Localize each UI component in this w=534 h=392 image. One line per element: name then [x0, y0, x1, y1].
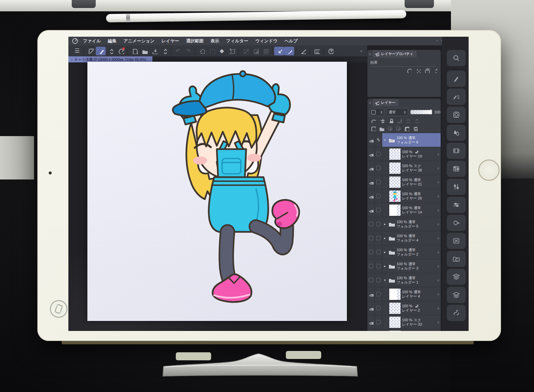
layer-row[interactable]: 100 % 通常 レイヤー 4 ≡ [368, 287, 441, 301]
edit-cell[interactable] [375, 147, 382, 161]
layer-row[interactable]: ▸ 100 % 通常 フォルダー 3 ≡ [368, 259, 441, 273]
home-button[interactable] [478, 159, 500, 181]
folder-expander[interactable]: ▸ [383, 236, 387, 240]
effect-expander-icon[interactable] [433, 67, 437, 73]
menu-item-5[interactable]: 表示 [210, 38, 219, 44]
row-grip[interactable]: ≡ [437, 292, 439, 296]
row-grip[interactable]: ≡ [437, 222, 439, 226]
visibility-cell[interactable] [368, 245, 375, 259]
layer-color-effect-icon[interactable] [424, 67, 430, 73]
visibility-cell[interactable] [368, 161, 375, 175]
layer-row[interactable]: 100 % スク レイヤー 33 ≡ [368, 315, 441, 329]
merge-down-button[interactable] [395, 125, 401, 131]
lock-layer-button[interactable] [388, 117, 393, 123]
visibility-cell[interactable] [368, 259, 375, 273]
material-tab[interactable] [447, 161, 466, 177]
visibility-cell[interactable] [368, 315, 375, 329]
layer-row[interactable]: 100 % 通常 レイヤー 31 ≡ [368, 175, 441, 189]
brush-settings-tab[interactable] [447, 89, 466, 105]
layer-row[interactable]: 100 % 通常 レイヤー 14 ≡ [368, 203, 441, 217]
menu-item-6[interactable]: フィルター [226, 38, 248, 44]
tool-switch-chevrons[interactable] [106, 47, 116, 55]
menu-item-0[interactable]: ファイル [83, 38, 101, 44]
layer-row[interactable]: 100 % 通常 レイヤー 26 ≡ [368, 189, 441, 203]
tone-tab[interactable] [447, 143, 466, 159]
reference-layer-button[interactable] [405, 117, 411, 123]
connect-tab[interactable] [447, 305, 466, 321]
visibility-cell[interactable] [368, 287, 375, 301]
edit-cell[interactable]: ✎ [375, 133, 382, 147]
layer-row[interactable]: ▾ 100 % 通常 フォルダー 1 ≡ [368, 273, 441, 287]
visibility-cell[interactable] [368, 273, 375, 287]
invert-selection-button[interactable] [250, 47, 260, 55]
opacity-slider[interactable] [410, 110, 432, 114]
object-tool-button[interactable] [274, 47, 284, 55]
layer-row[interactable]: 100 % レイヤー 19 ≡ [368, 147, 441, 161]
select-area-button[interactable] [207, 47, 217, 55]
menu-item-1[interactable]: 編集 [108, 38, 116, 44]
open-file-button[interactable] [139, 47, 149, 55]
deselect-button[interactable] [240, 47, 250, 55]
visibility-cell[interactable] [368, 301, 375, 315]
edit-cell[interactable] [375, 301, 382, 315]
transform-button[interactable] [227, 47, 237, 55]
visibility-cell[interactable] [368, 329, 375, 331]
layer-row[interactable]: 100 % スク レイヤー 38 ≡ [368, 161, 441, 175]
row-grip[interactable]: ≡ [437, 152, 439, 156]
transfer-down-button[interactable] [387, 125, 393, 131]
layer-property-tab-header[interactable]: レイヤープロパティ [373, 50, 416, 58]
layer-row[interactable]: ▸ 100 % 通常 フォルダー 2 ≡ [368, 245, 441, 259]
processing-indicator[interactable] [197, 47, 207, 55]
new-canvas-button[interactable] [129, 47, 139, 55]
enable-mask-button[interactable] [379, 117, 385, 123]
undo-button[interactable]: ↶ [173, 47, 183, 55]
palette-color-selector[interactable]: ▲▼ [370, 108, 384, 116]
toolbar-collapse-button[interactable]: ⌄ [359, 47, 363, 53]
pose-tab[interactable] [447, 179, 466, 195]
color-set-tab[interactable] [447, 125, 466, 141]
visibility-cell[interactable] [368, 175, 375, 189]
layers-tab[interactable] [447, 287, 466, 303]
toolbox-button[interactable] [86, 47, 96, 55]
visibility-cell[interactable] [368, 133, 375, 147]
save-button[interactable] [149, 47, 159, 55]
layer-mask-button[interactable] [404, 125, 409, 131]
layer-row[interactable]: 100 % レイヤー 2 ≡ [368, 301, 441, 315]
selection-border-button[interactable] [260, 47, 271, 55]
canvas[interactable] [87, 62, 347, 321]
edit-cell[interactable] [375, 175, 382, 189]
blend-mode-dropdown[interactable]: 通常 ▲▼ [386, 108, 408, 116]
menu-item-8[interactable]: ヘルプ [285, 38, 298, 44]
edit-cell[interactable] [375, 231, 382, 245]
clip-studio-assets-button[interactable] [116, 47, 126, 55]
delete-layer-button[interactable] [412, 125, 418, 131]
visibility-cell[interactable] [368, 231, 375, 245]
edit-cell[interactable] [375, 287, 382, 301]
folder-expander[interactable]: ▾ [383, 278, 387, 282]
panel-grip[interactable]: ≡ [369, 52, 371, 56]
row-grip[interactable]: ≡ [437, 278, 439, 282]
row-grip[interactable]: ≡ [437, 250, 439, 254]
row-grip[interactable]: ≡ [437, 320, 439, 324]
new-folder-button[interactable] [379, 125, 384, 131]
edit-cell[interactable] [375, 329, 382, 331]
row-grip[interactable]: ≡ [437, 264, 439, 268]
row-grip[interactable]: ≡ [437, 306, 439, 310]
edit-cell[interactable] [375, 259, 382, 273]
row-grip[interactable]: ≡ [437, 194, 439, 198]
folder-expander[interactable]: ▾ [383, 138, 387, 142]
redo-button[interactable]: ↷ [183, 47, 193, 55]
row-grip[interactable]: ≡ [437, 180, 439, 184]
zoom-tool-tab[interactable] [447, 50, 466, 66]
clip-to-layer-button[interactable] [370, 117, 376, 123]
main-menu-button[interactable]: ☰ [72, 47, 82, 55]
edit-cell[interactable] [375, 203, 382, 217]
folder-expander[interactable]: ▸ [383, 222, 387, 226]
draft-layer-button[interactable] [414, 117, 419, 123]
layer-row[interactable]: ✎ ▾ 100 % 通常 フォルダー 6 ≡ [368, 133, 441, 147]
color-wheel-tab[interactable] [447, 215, 466, 231]
menu-item-7[interactable]: ウィンドウ [255, 38, 278, 44]
row-grip[interactable]: ≡ [437, 138, 439, 142]
edit-cell[interactable] [375, 245, 382, 259]
row-grip[interactable]: ≡ [437, 208, 439, 212]
